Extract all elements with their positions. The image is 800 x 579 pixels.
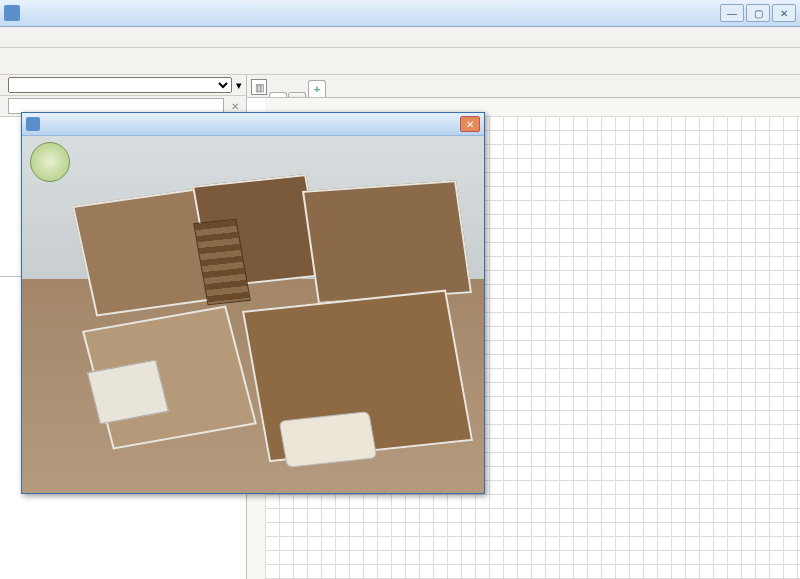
maximize-button[interactable]: ▢ xyxy=(746,4,770,22)
level-lock-icon[interactable]: ▥ xyxy=(251,79,267,95)
3d-close-button[interactable]: ✕ xyxy=(460,116,480,132)
compass-icon[interactable] xyxy=(30,142,70,182)
window-titlebar: — ▢ ✕ xyxy=(0,0,800,27)
3d-preview-window[interactable]: ✕ xyxy=(21,112,485,494)
app-icon xyxy=(4,5,20,21)
close-button[interactable]: ✕ xyxy=(772,4,796,22)
catalog-toggle-icon[interactable]: ▾ xyxy=(236,79,242,92)
3d-viewport[interactable] xyxy=(22,136,484,493)
3d-window-titlebar[interactable]: ✕ xyxy=(22,113,484,136)
add-level-button[interactable]: + xyxy=(308,80,326,97)
tab-level-1[interactable] xyxy=(288,92,306,97)
clear-search-icon[interactable]: ✕ xyxy=(228,99,242,113)
category-select[interactable] xyxy=(8,77,232,93)
app-icon xyxy=(26,117,40,131)
tab-level-0[interactable] xyxy=(269,92,287,97)
menubar xyxy=(0,27,800,48)
level-tabs: ▥ + xyxy=(247,75,800,98)
toolbar xyxy=(0,48,800,75)
minimize-button[interactable]: — xyxy=(720,4,744,22)
